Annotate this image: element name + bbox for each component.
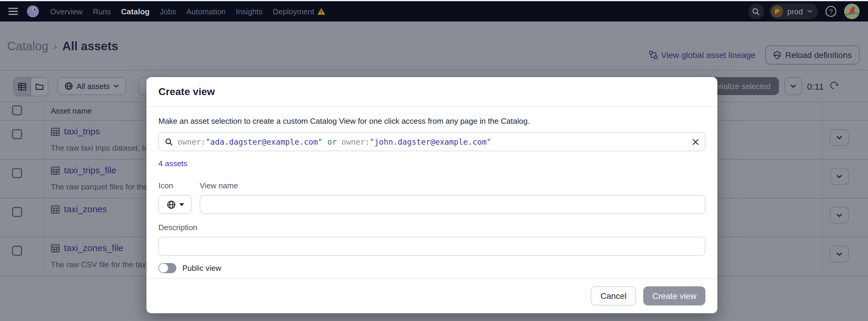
user-avatar[interactable] — [844, 4, 860, 19]
row-checkbox[interactable] — [12, 246, 22, 256]
query-token: "ada.dagster@example.com" — [206, 137, 322, 146]
dagster-logo-icon[interactable] — [26, 5, 39, 18]
view-name-field: View name — [200, 181, 705, 214]
view-global-asset-lineage-link[interactable]: View global asset lineage — [649, 50, 755, 60]
column-header-asset-name: Asset name — [51, 106, 92, 116]
create-view-button[interactable]: Create view — [643, 286, 705, 306]
query-token: owner: — [342, 137, 370, 146]
public-view-label: Public view — [182, 264, 221, 272]
environment-badge: P — [771, 5, 783, 17]
select-all-checkbox[interactable] — [12, 105, 22, 116]
icon-field: Icon — [158, 181, 192, 214]
folder-icon — [35, 83, 44, 91]
asset-description: The raw parquet files for the — [51, 182, 148, 191]
search-icon — [165, 138, 173, 146]
nav-item-deployment[interactable]: Deployment — [273, 7, 325, 16]
asset-name-link[interactable]: taxi_zones_file — [64, 243, 123, 253]
chevron-down-icon — [113, 84, 119, 88]
row-expand-button[interactable] — [830, 207, 849, 224]
description-input[interactable] — [158, 237, 705, 256]
view-name-input[interactable] — [200, 195, 705, 214]
asset-description: The raw CSV file for the taxi — [51, 260, 148, 269]
create-view-dialog: Create view Make an asset selection to c… — [147, 77, 717, 313]
row-checkbox[interactable] — [12, 168, 22, 178]
page-header: Catalog › All assets View global asset l… — [0, 22, 868, 70]
view-name-label: View name — [200, 181, 705, 190]
nav-item-overview[interactable]: Overview — [50, 7, 83, 16]
breadcrumb-separator-icon: › — [54, 41, 57, 52]
reload-definitions-label: Reload definitions — [785, 50, 852, 60]
asset-name-link[interactable]: taxi_trips_file — [64, 165, 116, 175]
chevron-down-icon — [836, 135, 842, 139]
search-button[interactable] — [748, 4, 764, 19]
nav-item-runs[interactable]: Runs — [93, 7, 111, 16]
reload-definitions-button[interactable]: Reload definitions — [765, 45, 860, 65]
environment-name: prod — [787, 7, 803, 16]
icon-field-label: Icon — [158, 181, 192, 190]
description-field: Description — [158, 223, 705, 256]
description-label: Description — [158, 223, 705, 232]
nav-item-deployment-label: Deployment — [273, 7, 314, 16]
asset-description: The raw taxi trips dataset, lo — [51, 143, 148, 153]
clear-query-button[interactable] — [692, 138, 699, 145]
globe-icon — [65, 82, 73, 90]
menu-icon[interactable] — [8, 8, 18, 15]
row-checkbox[interactable] — [12, 207, 22, 217]
nav-items: Overview Runs Catalog Jobs Automation In… — [50, 7, 325, 16]
dialog-description: Make an asset selection to create a cust… — [158, 117, 705, 126]
dialog-title: Create view — [147, 77, 717, 107]
matching-assets-link[interactable]: 4 assets — [158, 159, 187, 168]
svg-text:?: ? — [829, 8, 833, 15]
help-icon: ? — [824, 5, 838, 18]
asset-filter-label: All assets — [76, 82, 110, 91]
breadcrumb-catalog[interactable]: Catalog — [7, 39, 49, 53]
help-button[interactable]: ? — [823, 4, 839, 19]
asset-selection-query: owner:"ada.dagster@example.com"orowner:"… — [178, 137, 491, 146]
page-title: All assets — [62, 39, 118, 53]
row-expand-button[interactable] — [830, 129, 849, 146]
row-expand-button[interactable] — [830, 246, 849, 262]
nav-item-insights[interactable]: Insights — [236, 7, 263, 16]
public-view-row: Public view — [158, 263, 705, 273]
query-token: "john.dagster@example.com" — [370, 137, 491, 146]
view-global-asset-lineage-label: View global asset lineage — [661, 50, 755, 60]
query-token: owner: — [178, 137, 206, 146]
chevron-down-icon — [836, 252, 842, 256]
refresh-timer: 0:11 — [807, 81, 824, 92]
nav-item-jobs[interactable]: Jobs — [160, 7, 176, 16]
query-token: or — [327, 137, 337, 146]
reload-icon — [773, 51, 781, 59]
row-checkbox[interactable] — [12, 129, 22, 139]
asset-name-link[interactable]: taxi_zones — [64, 204, 107, 214]
toggle-knob — [159, 264, 168, 272]
materialize-options-button[interactable] — [784, 77, 802, 95]
chevron-down-icon — [807, 9, 812, 13]
caret-down-icon — [179, 203, 184, 206]
icon-picker-dropdown[interactable] — [158, 195, 192, 214]
table-asset-icon — [51, 166, 60, 175]
breadcrumb: Catalog › All assets — [7, 39, 118, 53]
chevron-down-icon — [790, 84, 796, 88]
public-view-toggle[interactable] — [158, 263, 176, 273]
list-view-toggle[interactable] — [14, 78, 30, 96]
asset-filter-dropdown[interactable]: All assets — [57, 77, 126, 95]
nav-item-catalog[interactable]: Catalog — [121, 7, 150, 16]
nav-item-automation[interactable]: Automation — [186, 7, 226, 16]
table-view-icon — [18, 83, 26, 91]
asset-name-link[interactable]: taxi_trips — [64, 126, 100, 136]
folder-view-toggle[interactable] — [30, 78, 48, 96]
row-expand-button[interactable] — [830, 168, 849, 185]
refresh-button[interactable] — [829, 81, 839, 93]
lineage-graph-icon — [649, 51, 658, 59]
dialog-footer: Cancel Create view — [147, 278, 717, 313]
asset-selection-input[interactable]: owner:"ada.dagster@example.com"orowner:"… — [158, 132, 705, 151]
environment-switcher[interactable]: P prod — [769, 4, 818, 19]
cancel-button[interactable]: Cancel — [591, 286, 636, 306]
app-window: Overview Runs Catalog Jobs Automation In… — [0, 0, 868, 321]
nav-right: P prod ? — [748, 4, 860, 19]
refresh-icon — [829, 81, 839, 90]
globe-icon — [166, 200, 176, 209]
search-icon — [752, 7, 760, 15]
table-asset-icon — [51, 127, 60, 136]
chevron-down-icon — [836, 174, 842, 179]
